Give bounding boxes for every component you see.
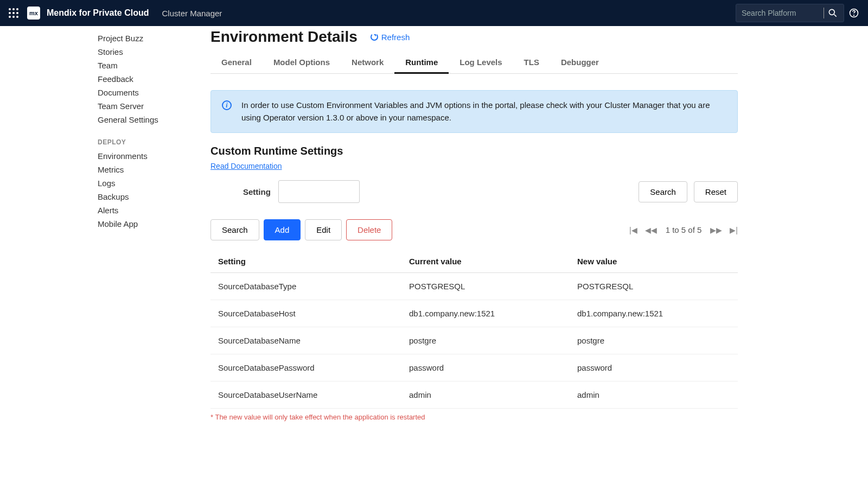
sidebar-item-alerts[interactable]: Alerts xyxy=(98,204,210,217)
read-documentation-link[interactable]: Read Documentation xyxy=(210,162,282,170)
table-header-setting: Setting xyxy=(210,250,401,273)
cell-current: password xyxy=(401,354,570,382)
svg-point-0 xyxy=(829,9,834,15)
header-title: Mendix for Private Cloud xyxy=(47,8,149,18)
sidebar-item-team-server[interactable]: Team Server xyxy=(98,99,210,113)
cell-new: admin xyxy=(570,382,738,409)
sidebar-item-backups[interactable]: Backups xyxy=(98,190,210,204)
info-icon: i xyxy=(222,100,232,110)
cell-setting: SourceDatabaseName xyxy=(210,327,401,354)
delete-button[interactable]: Delete xyxy=(346,219,392,240)
info-banner-text: In order to use Custom Environment Varia… xyxy=(241,99,726,124)
cell-setting: SourceDatabaseUserName xyxy=(210,382,401,409)
table-row[interactable]: SourceDatabaseUserNameadminadmin xyxy=(210,382,738,409)
cell-new: db1.company.new:1521 xyxy=(570,300,738,327)
search-button[interactable]: Search xyxy=(639,181,687,202)
tab-log-levels[interactable]: Log Levels xyxy=(449,51,513,73)
search-icon[interactable] xyxy=(827,8,838,18)
apps-menu-icon[interactable] xyxy=(9,8,18,18)
table-header-current-value: Current value xyxy=(401,250,570,273)
sidebar-item-metrics[interactable]: Metrics xyxy=(98,163,210,176)
table-row[interactable]: SourceDatabaseTypePOSTGRESQLPOSTGRESQL xyxy=(210,273,738,300)
app-header: mx Mendix for Private Cloud Cluster Mana… xyxy=(0,0,868,26)
refresh-label: Refresh xyxy=(381,33,410,42)
cell-current: postgre xyxy=(401,327,570,354)
svg-line-1 xyxy=(834,15,837,17)
cell-setting: SourceDatabaseHost xyxy=(210,300,401,327)
sidebar-item-mobile-app[interactable]: Mobile App xyxy=(98,217,210,231)
pagination: |◀ ◀◀ 1 to 5 of 5 ▶▶ ▶| xyxy=(629,225,738,234)
page-title: Environment Details xyxy=(210,28,358,46)
sidebar: Project BuzzStoriesTeamFeedbackDocuments… xyxy=(0,26,210,443)
sidebar-item-environments[interactable]: Environments xyxy=(98,149,210,163)
setting-input[interactable] xyxy=(278,180,360,203)
cell-new: postgre xyxy=(570,327,738,354)
tab-general[interactable]: General xyxy=(210,51,263,73)
setting-label: Setting xyxy=(243,187,271,196)
sidebar-item-team[interactable]: Team xyxy=(98,59,210,72)
sidebar-item-documents[interactable]: Documents xyxy=(98,86,210,99)
tab-debugger[interactable]: Debugger xyxy=(550,51,610,73)
table-search-button[interactable]: Search xyxy=(210,219,259,240)
refresh-icon xyxy=(371,33,378,41)
mendix-logo[interactable]: mx xyxy=(27,7,40,20)
tab-tls[interactable]: TLS xyxy=(513,51,550,73)
settings-table: SettingCurrent valueNew value SourceData… xyxy=(210,250,738,409)
cell-current: db1.company.new:1521 xyxy=(401,300,570,327)
sidebar-item-project-buzz[interactable]: Project Buzz xyxy=(98,31,210,45)
cell-current: POSTGRESQL xyxy=(401,273,570,300)
cell-new: POSTGRESQL xyxy=(570,273,738,300)
tabs: GeneralModel OptionsNetworkRuntimeLog Le… xyxy=(210,51,738,74)
table-row[interactable]: SourceDatabasePasswordpasswordpassword xyxy=(210,354,738,382)
sidebar-item-general-settings[interactable]: General Settings xyxy=(98,113,210,126)
reset-button[interactable]: Reset xyxy=(694,181,738,202)
cell-current: admin xyxy=(401,382,570,409)
main-content: Environment Details Refresh GeneralModel… xyxy=(210,26,764,443)
add-button[interactable]: Add xyxy=(264,219,301,240)
first-page-icon[interactable]: |◀ xyxy=(629,226,637,234)
sidebar-item-stories[interactable]: Stories xyxy=(98,45,210,59)
sidebar-item-logs[interactable]: Logs xyxy=(98,176,210,190)
tab-network[interactable]: Network xyxy=(341,51,394,73)
pagination-text: 1 to 5 of 5 xyxy=(666,225,702,234)
cell-new: password xyxy=(570,354,738,382)
cell-setting: SourceDatabasePassword xyxy=(210,354,401,382)
table-header-new-value: New value xyxy=(570,250,738,273)
sidebar-section-deploy: DEPLOY xyxy=(98,126,210,149)
table-row[interactable]: SourceDatabaseHostdb1.company.new:1521db… xyxy=(210,300,738,327)
table-footnote: * The new value will only take effect wh… xyxy=(210,409,738,421)
last-page-icon[interactable]: ▶| xyxy=(730,226,738,234)
tab-runtime[interactable]: Runtime xyxy=(394,51,449,73)
help-icon[interactable] xyxy=(848,8,859,18)
prev-page-icon[interactable]: ◀◀ xyxy=(645,226,657,234)
search-divider xyxy=(824,8,824,18)
table-row[interactable]: SourceDatabaseNamepostgrepostgre xyxy=(210,327,738,354)
svg-point-3 xyxy=(854,15,854,16)
search-platform-input[interactable]: Search Platform xyxy=(736,4,844,22)
sidebar-item-feedback[interactable]: Feedback xyxy=(98,72,210,86)
next-page-icon[interactable]: ▶▶ xyxy=(710,226,722,234)
section-heading: Custom Runtime Settings xyxy=(210,145,738,157)
refresh-button[interactable]: Refresh xyxy=(371,33,410,42)
edit-button[interactable]: Edit xyxy=(305,219,342,240)
tab-model-options[interactable]: Model Options xyxy=(263,51,341,73)
search-placeholder: Search Platform xyxy=(742,9,796,17)
info-banner: i In order to use Custom Environment Var… xyxy=(210,90,738,133)
cell-setting: SourceDatabaseType xyxy=(210,273,401,300)
header-subtitle[interactable]: Cluster Manager xyxy=(162,9,222,18)
